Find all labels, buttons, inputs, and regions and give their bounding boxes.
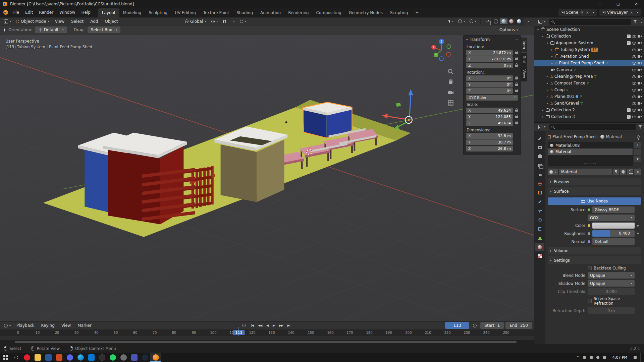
show-desktop-button[interactable] [640,353,642,362]
tab-world[interactable] [535,179,544,188]
new-material-button[interactable] [627,169,633,175]
maximize-button[interactable]: ▢ [610,0,626,8]
menu-marker[interactable]: Marker [74,322,94,329]
tab-physics[interactable] [535,216,544,224]
breadcrumb-object[interactable]: Plant Feed Pump Shed [552,134,596,139]
expand-icon[interactable]: ▸ [546,82,549,85]
playhead[interactable]: 113 [233,330,245,335]
expand-icon[interactable]: ▸ [541,115,544,118]
expand-icon[interactable]: ▾ [546,42,549,45]
tab-scene[interactable] [535,170,544,179]
outliner-row-compost-fence[interactable]: ▸△Compost Fence▽ [534,80,644,86]
move-view-hand-icon[interactable] [447,79,454,85]
normal-button[interactable]: Default [592,238,635,245]
editor-type-button[interactable] [536,124,547,130]
tab-object-data[interactable] [535,234,544,242]
workspace-tab-geometry-nodes[interactable]: Geometry Nodes [345,8,386,17]
workspace-tab-compositing[interactable]: Compositing [312,8,345,17]
taskbar-clock[interactable]: 4:07 PM [610,355,630,360]
distribution-dropdown[interactable]: GGX▾ [588,215,635,221]
scale-y-field[interactable]: Y124.085 [466,114,513,120]
taskbar-app-blender[interactable] [150,353,161,362]
surface-shader-button[interactable]: Glossy BSDF [592,206,635,213]
current-frame-field[interactable]: 113 [445,322,469,329]
taskbar-app-teams[interactable] [129,353,140,362]
taskbar-app-steam[interactable] [140,353,150,362]
hide-viewport-icon[interactable] [632,108,636,112]
expand-icon[interactable]: ▸ [550,48,554,51]
security-icon[interactable] [590,356,593,359]
clip-threshold-field[interactable]: 0.000 [588,288,635,295]
disable-render-icon[interactable] [637,115,642,119]
backface-culling-checkbox[interactable] [588,266,592,270]
dimensions-y-field[interactable]: Y38.7 m [466,139,513,145]
menu-view[interactable]: View [58,322,74,329]
expand-icon[interactable]: ▾ [536,28,540,31]
hide-viewport-icon[interactable] [632,95,636,99]
taskbar-app-whatsapp[interactable] [107,353,118,362]
volume-icon[interactable] [603,356,606,359]
hide-viewport-icon[interactable] [632,48,636,52]
add-slot-button[interactable]: + [634,142,641,148]
workspace-tab-animation[interactable]: Animation [257,8,284,17]
taskbar-app-discord[interactable] [64,353,75,362]
gizmo-y-label[interactable]: Y [435,54,437,57]
hide-viewport-icon[interactable] [632,68,636,72]
taskbar-app-edge[interactable] [75,353,86,362]
hide-viewport-icon[interactable] [632,88,636,92]
workspace-tab-modeling[interactable]: Modeling [119,8,145,17]
outliner-row-cleaning-prep-area[interactable]: ▸△Cleaning/Prep Area▽ [534,73,644,80]
menu-render[interactable]: Render [36,9,56,16]
lock-icon[interactable] [515,122,518,124]
lock-icon[interactable] [515,116,518,118]
orientation-dropdown[interactable]: Default [35,26,67,33]
menu-keying[interactable]: Keying [38,322,58,329]
outliner-row-plane-001[interactable]: ▸△Plane.001▽ [534,93,644,100]
disable-render-icon[interactable] [637,108,642,112]
expand-icon[interactable]: ▸ [546,102,549,105]
gizmo-x-label[interactable]: X [433,46,435,49]
properties-search-input[interactable] [549,124,636,130]
unlink-scene-icon[interactable]: × [585,11,589,14]
tab-item[interactable]: Item [521,38,527,52]
surface-panel-header[interactable]: ▾Surface [548,187,641,195]
expand-icon[interactable]: ▸ [550,55,554,58]
tab-constraints[interactable] [535,225,544,233]
menu-edit[interactable]: Edit [22,9,36,16]
start-button[interactable] [0,353,11,362]
tab-view-layer[interactable] [535,161,544,170]
outliner-row-tubing-system[interactable]: ▸Tubing System12 [534,46,644,53]
resize-grip[interactable]: •••••• [548,163,633,166]
animate-dot[interactable] [637,225,639,227]
workspace-tab-sculpting[interactable]: Sculpting [145,8,171,17]
tab-tool[interactable]: Tool [521,53,527,66]
preview-panel-header[interactable]: ▸Preview [548,178,641,185]
frame-start-field[interactable]: Start1 [480,322,504,329]
taskbar-app-mail[interactable] [86,353,97,362]
menu-playback[interactable]: Playback [13,322,38,329]
panel-collapse-icon[interactable]: ▾ [466,38,468,41]
tab-texture[interactable] [535,252,544,260]
shadow-mode-dropdown[interactable]: Opaque▾ [588,280,635,287]
tray-expand-chevron[interactable]: ^ [576,356,579,359]
material-name-field[interactable]: Material [559,169,612,175]
menu-select[interactable]: Select [68,18,87,25]
outliner-row-collection-2[interactable]: ▸Collection 2 [534,107,644,113]
next-keyframe-button[interactable]: ▶▶ [277,323,285,328]
gizmos-toggle[interactable] [456,19,467,24]
shading-options-dropdown[interactable] [524,19,531,23]
auto-keying-toggle[interactable] [242,324,246,327]
exclude-checkbox[interactable] [627,35,631,38]
filter-icon[interactable] [633,20,637,23]
tab-tool[interactable] [535,134,544,143]
exclude-checkbox[interactable] [627,41,631,45]
timeline-scrollbar[interactable] [0,340,534,344]
timeline-ruler[interactable]: 0102030405060708090100110120130140150160… [0,330,534,336]
tab-view[interactable]: View [521,66,527,81]
tab-particles[interactable] [535,206,544,215]
close-button[interactable]: ✕ [629,0,644,8]
workspace-tab-texture-paint[interactable]: Texture Paint [200,8,233,17]
tab-modifiers[interactable] [535,197,544,206]
workspace-tab-scripting[interactable]: Scripting [386,8,412,17]
settings-panel-header[interactable]: ▾Settings [548,256,641,264]
